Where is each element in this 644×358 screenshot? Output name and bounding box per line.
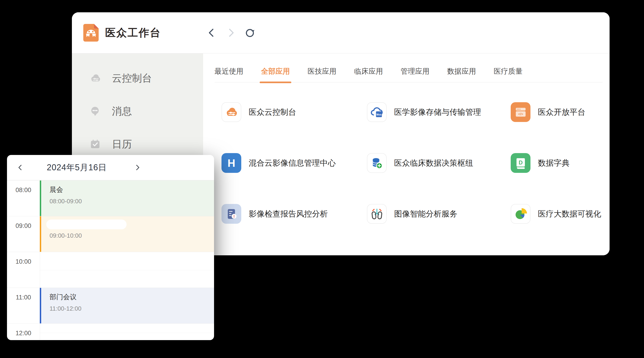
app-label: 影像检查报告风控分析 — [249, 209, 328, 219]
app-label: 医众云控制台 — [249, 107, 296, 118]
app-label: 医众临床数据决策枢纽 — [394, 158, 473, 169]
cloud-mos-icon: Mos — [367, 102, 387, 122]
tab-management[interactable]: 管理应用 — [401, 66, 430, 82]
cloud-sliders-icon — [222, 102, 241, 122]
database-plus-icon — [367, 153, 387, 173]
app-label: 医学影像存储与传输管理 — [394, 107, 481, 118]
app-pacs-storage[interactable]: Mos 医学影像存储与传输管理 — [367, 102, 511, 122]
hybrid-h-icon: H — [222, 153, 241, 173]
sidebar-item-label: 消息 — [112, 105, 132, 118]
calendar-next-button[interactable] — [132, 155, 143, 180]
app-logo-icon — [83, 24, 99, 42]
cloud-console-icon — [90, 72, 101, 84]
sidebar-item-label: 云控制台 — [112, 72, 152, 85]
tab-quality[interactable]: 医疗质量 — [494, 66, 522, 82]
tab-medtech[interactable]: 医技应用 — [308, 66, 336, 82]
sidebar-item-messages[interactable]: 消息 — [72, 95, 203, 128]
lungs-ai-icon — [367, 204, 387, 224]
app-clinical-data-hub[interactable]: 医众临床数据决策枢纽 — [367, 153, 511, 173]
app-report-risk-analysis[interactable]: ! 影像检查报告风控分析 — [222, 204, 367, 224]
calendar-row-1100: 11:00 部门会议 11:00-12:00 — [7, 288, 214, 323]
svg-text:</>: </> — [518, 112, 523, 116]
pie-chart-icon — [511, 204, 530, 224]
calendar-row-1000: 10:00 — [7, 252, 214, 288]
main-content: 最近使用 全部应用 医技应用 临床应用 管理应用 数据应用 医疗质量 医众云控制… — [203, 53, 610, 255]
event-title: 部门会议 — [50, 293, 214, 302]
mos-badge-text: Mos — [376, 113, 381, 116]
app-label: 医疗大数据可视化 — [538, 209, 601, 219]
tab-recent[interactable]: 最近使用 — [214, 66, 243, 82]
app-label: 数据字典 — [538, 158, 570, 169]
dictionary-book-icon: D — [511, 153, 530, 173]
open-platform-code-icon: </> — [511, 102, 530, 122]
app-label: 图像智能分析服务 — [394, 209, 458, 219]
event-title: 晨会 — [50, 185, 214, 194]
calendar-panel: 2024年5月16日 08:00 晨会 08:00-09:00 09:00 09… — [7, 155, 214, 340]
redacted-event-title — [46, 219, 126, 229]
report-risk-icon: ! — [222, 204, 241, 224]
time-label: 12:00 — [7, 330, 40, 337]
calendar-body: 08:00 晨会 08:00-09:00 09:00 09:00-10:00 1… — [7, 180, 214, 340]
app-label: 混合云影像信息管理中心 — [249, 158, 336, 169]
time-label: 11:00 — [7, 294, 40, 301]
app-open-platform[interactable]: </> 医众开放平台 — [511, 102, 610, 122]
event-time: 09:00-10:00 — [50, 232, 214, 239]
tab-clinical[interactable]: 临床应用 — [354, 66, 383, 82]
app-data-dictionary[interactable]: D 数据字典 — [511, 153, 610, 173]
event-time: 11:00-12:00 — [50, 305, 214, 312]
calendar-row-0900: 09:00 09:00-10:00 — [7, 216, 214, 252]
tab-data[interactable]: 数据应用 — [447, 66, 476, 82]
forward-button[interactable] — [226, 27, 236, 38]
refresh-button[interactable] — [244, 27, 255, 38]
app-tabs: 最近使用 全部应用 医技应用 临床应用 管理应用 数据应用 医疗质量 — [214, 53, 602, 82]
app-image-ai-service[interactable]: 图像智能分析服务 — [367, 204, 511, 224]
window-header: 医众工作台 — [72, 12, 610, 53]
calendar-icon — [90, 139, 101, 150]
app-bigdata-visualization[interactable]: 医疗大数据可视化 — [511, 204, 610, 224]
sidebar-item-cloud-console[interactable]: 云控制台 — [72, 62, 203, 95]
calendar-header: 2024年5月16日 — [7, 155, 214, 180]
event-redacted[interactable]: 09:00-10:00 — [40, 216, 214, 252]
message-icon — [90, 105, 101, 117]
event-time: 08:00-09:00 — [50, 198, 214, 205]
page-title: 医众工作台 — [105, 26, 161, 40]
event-department-meeting[interactable]: 部门会议 11:00-12:00 — [40, 288, 214, 323]
time-label: 10:00 — [7, 258, 40, 265]
svg-text:D: D — [518, 159, 522, 166]
svg-text:!: ! — [233, 214, 235, 219]
app-cloud-console[interactable]: 医众云控制台 — [222, 102, 367, 122]
sidebar-item-label: 日历 — [112, 138, 132, 151]
app-grid: 医众云控制台 Mos 医学影像存储与传输管理 — [222, 102, 610, 255]
event-morning-meeting[interactable]: 晨会 08:00-09:00 — [40, 180, 214, 216]
time-label: 08:00 — [7, 186, 40, 194]
back-button[interactable] — [206, 27, 217, 38]
calendar-row-0800: 08:00 晨会 08:00-09:00 — [7, 180, 214, 216]
nav-controls — [206, 12, 255, 53]
calendar-row-1200: 12:00 — [7, 323, 214, 340]
time-label: 09:00 — [7, 222, 40, 229]
tab-all-apps[interactable]: 全部应用 — [261, 66, 290, 82]
app-label: 医众开放平台 — [538, 107, 585, 118]
app-hybrid-cloud-imaging[interactable]: H 混合云影像信息管理中心 — [222, 153, 367, 173]
calendar-date-title: 2024年5月16日 — [7, 155, 146, 180]
